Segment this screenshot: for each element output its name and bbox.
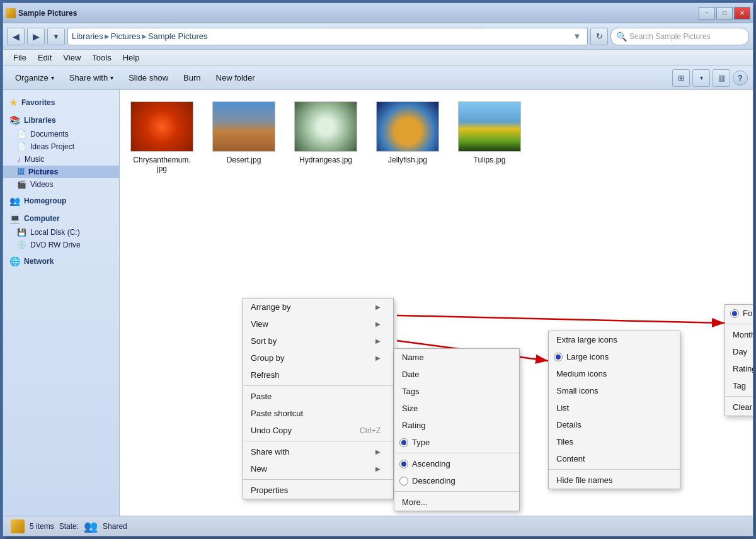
breadcrumb-sample[interactable]: Sample Pictures — [148, 31, 208, 41]
ctx-paste-shortcut[interactable]: Paste shortcut — [243, 405, 393, 422]
sort-date-label: Date — [402, 370, 419, 379]
refresh-button[interactable]: ↻ — [590, 28, 608, 45]
ctx-sort-by[interactable]: Sort by ▶ — [243, 332, 393, 349]
ctx-refresh[interactable]: Refresh — [243, 366, 393, 383]
search-box[interactable]: 🔍 Search Sample Pictures — [610, 28, 749, 45]
menu-view[interactable]: View — [58, 52, 86, 64]
address-dropdown-button[interactable]: ▼ — [571, 31, 583, 41]
sidebar-computer-label: Computer — [24, 214, 60, 223]
arr-clear-label: Clear changes — [733, 402, 753, 412]
burn-button[interactable]: Burn — [176, 69, 207, 87]
view-tiles-item[interactable]: Tiles — [549, 433, 680, 450]
ctx-arrange-by[interactable]: Arrange by ▶ — [243, 298, 393, 315]
arrange-sub-arrow: ▶ — [375, 304, 381, 310]
sidebar-item-pictures[interactable]: 🖼 Pictures — [3, 166, 119, 178]
ctx-share-with[interactable]: Share with ▶ — [243, 443, 393, 460]
sidebar-item-documents[interactable]: 📄 Documents — [3, 128, 119, 140]
sidebar-homegroup-header[interactable]: 👥 Homegroup — [3, 193, 119, 208]
ctx-paste[interactable]: Paste — [243, 388, 393, 405]
ctx-group-by-label: Group by — [251, 353, 284, 363]
thumb-tulips — [458, 101, 521, 152]
ctx-view[interactable]: View ▶ — [243, 315, 393, 332]
file-item-chrysanthemum[interactable]: Chrysanthemum. jpg — [127, 98, 197, 177]
share-with-button[interactable]: Share with ▾ — [62, 69, 120, 87]
sort-more-item[interactable]: More... — [394, 494, 519, 511]
view-details-item[interactable]: Details — [549, 416, 680, 433]
sort-size-item[interactable]: Size — [394, 400, 519, 417]
sidebar-computer-header[interactable]: 💻 Computer — [3, 211, 119, 226]
sidebar-item-music[interactable]: ♪ Music — [3, 153, 119, 166]
ctx-new[interactable]: New ▶ — [243, 460, 393, 477]
ctx-undo-copy[interactable]: Undo Copy Ctrl+Z — [243, 422, 393, 439]
arr-day-item[interactable]: Day — [725, 343, 753, 360]
computer-icon: 💻 — [9, 213, 20, 224]
menu-help[interactable]: Help — [118, 52, 145, 64]
menu-edit[interactable]: Edit — [33, 52, 57, 64]
search-placeholder: Search Sample Pictures — [629, 32, 711, 41]
sidebar-libraries-header[interactable]: 📚 Libraries — [3, 113, 119, 128]
window-icon — [6, 8, 16, 18]
file-item-jellyfish[interactable]: Jellyfish.jpg — [373, 98, 442, 177]
view-hide-names-item[interactable]: Hide file names — [549, 472, 680, 489]
file-item-tulips[interactable]: Tulips.jpg — [455, 98, 524, 177]
sidebar-music-label: Music — [25, 155, 44, 164]
sidebar-item-local-disk[interactable]: 💾 Local Disk (C:) — [3, 226, 119, 239]
view-medium-item[interactable]: Medium icons — [549, 365, 680, 382]
slide-show-button[interactable]: Slide show — [122, 69, 175, 87]
file-item-hydrangeas[interactable]: Hydrangeas.jpg — [291, 98, 360, 177]
file-area[interactable]: Chrysanthemum. jpg Desert.jpg Hydrangeas… — [120, 90, 753, 516]
view-content-item[interactable]: Content — [549, 450, 680, 467]
dropdown-nav-button[interactable]: ▼ — [47, 28, 65, 45]
view-large-item[interactable]: Large icons — [549, 348, 680, 365]
menu-tools[interactable]: Tools — [87, 52, 116, 64]
forward-button[interactable]: ▶ — [27, 28, 45, 45]
arr-month-item[interactable]: Month — [725, 326, 753, 343]
sort-asc-item[interactable]: Ascending — [394, 455, 519, 472]
arr-folder-radio — [730, 309, 739, 318]
menu-file[interactable]: File — [8, 52, 32, 64]
sort-type-item[interactable]: Type — [394, 434, 519, 451]
arr-clear-item[interactable]: Clear changes — [725, 399, 753, 416]
sort-tags-item[interactable]: Tags — [394, 383, 519, 400]
arr-tag-item[interactable]: Tag — [725, 377, 753, 394]
view-extra-large-label: Extra large icons — [556, 335, 617, 344]
ctx-sort-by-label: Sort by — [251, 336, 277, 346]
view-dropdown-button[interactable]: ▾ — [692, 69, 710, 87]
sidebar-favorites-header[interactable]: ★ Favorites — [3, 95, 119, 110]
maximize-button[interactable]: □ — [716, 7, 733, 20]
sidebar-item-ideas[interactable]: 📄 Ideas Project — [3, 140, 119, 153]
ctx-group-by[interactable]: Group by ▶ — [243, 349, 393, 366]
sort-desc-item[interactable]: Descending — [394, 472, 519, 489]
help-button[interactable]: ? — [733, 71, 748, 86]
close-button[interactable]: ✕ — [734, 7, 750, 20]
ideas-icon: 📄 — [17, 142, 26, 151]
arr-rating-item[interactable]: Rating — [725, 360, 753, 377]
back-button[interactable]: ◀ — [7, 28, 25, 45]
view-extra-large-item[interactable]: Extra large icons — [549, 331, 680, 348]
title-controls: − □ ✕ — [699, 7, 750, 20]
organize-button[interactable]: Organize ▾ — [8, 69, 61, 87]
breadcrumb-libraries[interactable]: Libraries — [72, 31, 103, 41]
music-icon: ♪ — [17, 155, 21, 164]
breadcrumb-pictures[interactable]: Pictures — [111, 31, 140, 41]
new-folder-button[interactable]: New folder — [209, 69, 262, 87]
view-list-item[interactable]: List — [549, 399, 680, 416]
file-item-desert[interactable]: Desert.jpg — [209, 98, 278, 177]
arr-folder-item[interactable]: Folder — [725, 305, 753, 322]
sort-date-item[interactable]: Date — [394, 366, 519, 383]
sidebar-item-dvd-drive[interactable]: 💿 DVD RW Drive — [3, 239, 119, 251]
sort-name-item[interactable]: Name — [394, 349, 519, 366]
address-bar[interactable]: Libraries ▶ Pictures ▶ Sample Pictures ▼ — [67, 28, 588, 45]
arr-sep2 — [725, 396, 753, 397]
preview-pane-button[interactable]: ▥ — [713, 69, 730, 87]
minimize-button[interactable]: − — [699, 7, 715, 20]
sort-rating-item[interactable]: Rating — [394, 417, 519, 434]
sidebar-network-header[interactable]: 🌐 Network — [3, 254, 119, 269]
organize-dropdown-icon: ▾ — [51, 74, 54, 81]
view-toggle-button[interactable]: ⊞ — [672, 69, 690, 87]
view-small-item[interactable]: Small icons — [549, 382, 680, 399]
ctx-properties[interactable]: Properties — [243, 482, 393, 499]
sort-type-radio — [399, 438, 408, 447]
breadcrumb: Libraries ▶ Pictures ▶ Sample Pictures — [72, 31, 568, 41]
sidebar-item-videos[interactable]: 🎬 Videos — [3, 178, 119, 191]
